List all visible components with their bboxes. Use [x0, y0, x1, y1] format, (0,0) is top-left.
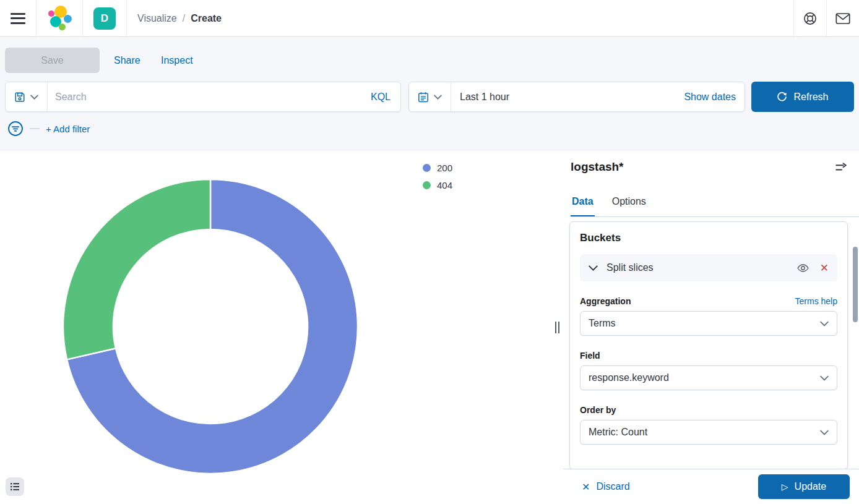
field-row: Field [580, 351, 837, 361]
app-chrome: Save Share Inspect Search KQL [0, 38, 859, 150]
breadcrumb-visualize[interactable]: Visualize [137, 13, 177, 24]
visualization-canvas: 200 404 [0, 150, 563, 504]
eye-icon [797, 264, 809, 272]
remove-bucket-button[interactable]: ✕ [820, 263, 829, 273]
chevron-down-icon[interactable] [589, 265, 598, 271]
order-by-row: Order by [580, 405, 837, 415]
panel-resize-handle[interactable] [551, 150, 563, 504]
refresh-label: Refresh [793, 92, 828, 103]
update-label: Update [795, 481, 827, 492]
chevron-down-icon [434, 95, 442, 100]
legend-dot-404 [423, 181, 431, 189]
search-input[interactable]: Search [48, 92, 371, 103]
index-pattern-title: logstash* [571, 160, 624, 174]
terms-help-link[interactable]: Terms help [795, 296, 837, 306]
panel-scrollbar-thumb[interactable] [853, 247, 858, 322]
newsfeed-button[interactable] [827, 0, 859, 36]
tab-options[interactable]: Options [611, 191, 647, 216]
split-slices-label[interactable]: Split slices [606, 262, 797, 273]
discard-label: Discard [596, 481, 629, 492]
legend-dot-200 [423, 164, 431, 172]
discard-button[interactable]: ✕ Discard [578, 481, 634, 493]
calendar-icon [418, 92, 429, 103]
breadcrumb: Visualize / Create [127, 0, 232, 36]
field-value: response.keyword [589, 372, 669, 383]
buckets-title: Buckets [580, 232, 837, 244]
split-slices-bucket: Split slices ✕ [580, 254, 837, 281]
time-range-value[interactable]: Last 1 hour [451, 92, 684, 103]
legend-label-200: 200 [437, 163, 452, 173]
kql-language-button[interactable]: KQL [371, 92, 400, 103]
inspect-button[interactable]: Inspect [156, 48, 198, 73]
aggregation-label: Aggregation [580, 296, 631, 306]
legend-label-404: 404 [437, 180, 452, 190]
buckets-card: Buckets Split slices ✕ Aggregation Terms… [569, 221, 848, 469]
help-life-ring-icon [803, 12, 817, 25]
order-by-select[interactable]: Metric: Count [580, 420, 837, 445]
aggregation-row: Aggregation Terms help [580, 296, 837, 306]
legend-item-404[interactable]: 404 [423, 180, 452, 190]
elastic-logo[interactable] [47, 6, 72, 32]
hamburger-menu-icon[interactable] [11, 13, 25, 24]
chevron-down-icon [820, 430, 829, 435]
add-filter-button[interactable]: + Add filter [46, 124, 90, 134]
space-section: D [83, 0, 126, 36]
menu-right-icon [835, 163, 848, 174]
mail-icon [835, 12, 850, 25]
chart-legend: 200 404 [423, 163, 452, 190]
aggregation-select[interactable]: Terms [580, 311, 837, 336]
kibana-visualize-create-app: D Visualize / Create [0, 0, 859, 504]
order-by-label: Order by [580, 405, 616, 415]
date-picker-bar: Last 1 hour Show dates [408, 82, 745, 112]
space-avatar-badge[interactable]: D [93, 7, 116, 30]
pie-slice-404[interactable] [63, 179, 210, 359]
share-button[interactable]: Share [109, 48, 145, 73]
filter-icon[interactable] [7, 121, 24, 137]
top-header: D Visualize / Create [0, 0, 859, 37]
donut-chart [62, 178, 359, 475]
chevron-down-icon [820, 375, 829, 381]
chevron-down-icon [30, 95, 38, 100]
filter-bar: + Add filter [7, 121, 90, 137]
legend-item-200[interactable]: 200 [423, 163, 452, 173]
play-icon: ▷ [782, 482, 788, 492]
saved-query-menu-button[interactable] [6, 82, 47, 111]
save-query-icon [14, 92, 25, 103]
show-dates-button[interactable]: Show dates [684, 92, 745, 103]
field-select[interactable]: response.keyword [580, 365, 837, 390]
chevron-down-icon [820, 321, 829, 327]
aggregation-value: Terms [589, 318, 616, 329]
grab-handle-icon [555, 322, 559, 333]
tab-data[interactable]: Data [571, 191, 595, 216]
vis-editor-panel: logstash* Data Options Buckets Split sli… [563, 150, 859, 504]
editor-tabs: Data Options [571, 191, 859, 217]
list-icon [10, 482, 20, 491]
legend-toggle-button[interactable] [6, 477, 24, 496]
refresh-icon [777, 92, 787, 102]
refresh-button[interactable]: Refresh [751, 82, 854, 112]
editor-footer: ✕ Discard ▷ Update [563, 469, 859, 504]
query-bar: Search KQL [5, 82, 401, 112]
cross-icon: ✕ [582, 481, 590, 493]
logo-section [37, 0, 82, 36]
collapse-panel-button[interactable] [834, 161, 849, 177]
quick-time-menu-button[interactable] [409, 82, 451, 111]
help-button[interactable] [794, 0, 826, 36]
save-button[interactable]: Save [5, 48, 100, 73]
toggle-visibility-button[interactable] [797, 264, 809, 272]
breadcrumb-separator: / [183, 13, 185, 24]
filter-divider [30, 128, 40, 129]
update-button[interactable]: ▷ Update [758, 474, 850, 499]
header-actions [793, 0, 859, 36]
breadcrumb-create: Create [191, 13, 222, 24]
menu-section [0, 0, 36, 36]
order-by-value: Metric: Count [589, 427, 647, 438]
field-label: Field [580, 351, 600, 361]
